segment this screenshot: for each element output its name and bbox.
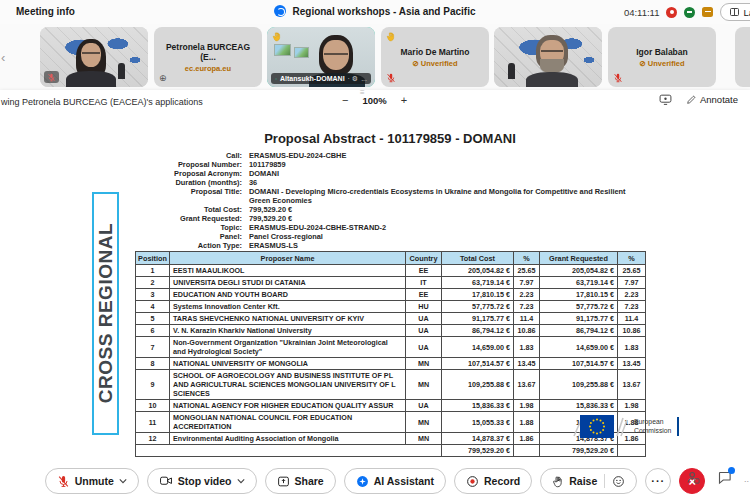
table-cell: 1.98 xyxy=(514,400,540,412)
participant-tile-mario[interactable]: Mario De Martino ⊘Unverified xyxy=(381,27,489,87)
participant-tile-partial[interactable] xyxy=(735,27,750,87)
table-total-cell: 799,529.20 € xyxy=(540,445,618,457)
strip-scroll-left-icon[interactable]: ‹ xyxy=(1,50,5,65)
field-label: Duration (months): xyxy=(135,178,249,187)
participant-tile-video-1[interactable] xyxy=(40,27,148,87)
record-button[interactable]: Record xyxy=(454,468,532,494)
participant-tile-igor[interactable]: Igor Balaban ⊘Unverified xyxy=(608,27,716,87)
table-cell: V. N. Karazin Kharkiv National Universit… xyxy=(170,325,406,337)
ec-logo-line2: Commission xyxy=(634,427,671,435)
ai-assistant-button[interactable]: AI Assistant xyxy=(344,468,446,494)
doc-field-row: Duration (months):36 xyxy=(135,178,647,187)
table-cell: UA xyxy=(406,337,442,358)
table-total-row: 799,529.20 €799,529.20 € xyxy=(136,445,646,457)
table-cell: UA xyxy=(406,400,442,412)
participant-tile-altansukh[interactable]: Altansukh-DOMANI · ⚙ ... xyxy=(267,27,375,87)
zoom-level[interactable]: 100% xyxy=(362,95,386,106)
table-row: 2UNIVERSITA DEGLI STUDI DI CATANIAIT63,7… xyxy=(136,277,646,289)
table-cell: 10.86 xyxy=(618,325,646,337)
table-cell: 57,775.72 € xyxy=(442,301,514,313)
doc-field-row: Proposal Acronym:DOMANI xyxy=(135,169,647,178)
table-cell: NATIONAL AGENCY FOR HIGHER EDUCATION QUA… xyxy=(170,400,406,412)
record-icon xyxy=(466,475,479,488)
doc-field-row: Action Type:ERASMUS-LS xyxy=(135,241,647,250)
field-label: Total Cost: xyxy=(135,205,249,214)
view-options-icon[interactable] xyxy=(659,94,672,105)
tile-more-button[interactable]: ... xyxy=(361,75,367,82)
muted-mic-icon xyxy=(44,71,59,83)
chevron-down-icon[interactable] xyxy=(237,478,245,484)
table-cell: Non-Government Organization "Ukrainian J… xyxy=(170,337,406,358)
table-body: 1EESTI MAAULIKOOLEE205,054.82 €25.65205,… xyxy=(136,265,646,457)
table-cell: UA xyxy=(406,325,442,337)
camera-off-indicator-icon[interactable] xyxy=(666,7,677,18)
table-row: 6V. N. Karazin Kharkiv National Universi… xyxy=(136,325,646,337)
table-cell: 8 xyxy=(136,358,170,370)
field-value: ERASMUS-EDU-2024-CBHE-STRAND-2 xyxy=(249,223,647,232)
column-header: % xyxy=(514,252,540,265)
field-label: Grant Requested: xyxy=(135,214,249,223)
table-cell: UA xyxy=(406,313,442,325)
add-overlay-icon[interactable]: ⊕ xyxy=(159,73,167,83)
table-cell: 63,719.14 € xyxy=(442,277,514,289)
table-cell: 107,514.57 € xyxy=(442,358,514,370)
table-cell: 107,514.57 € xyxy=(540,358,618,370)
chat-notification-icon[interactable] xyxy=(702,7,713,17)
chevron-down-icon[interactable] xyxy=(119,478,127,484)
stop-video-button[interactable]: Stop video xyxy=(147,468,257,494)
share-button[interactable]: Share xyxy=(265,468,336,494)
participant-tile-petronela[interactable]: Petronela BURCEAG (E... ec.europa.eu ⊕ xyxy=(154,27,262,87)
table-cell: 2 xyxy=(136,277,170,289)
reactions-smiley-icon[interactable] xyxy=(612,475,625,488)
table-cell: 10 xyxy=(136,400,170,412)
unmute-button[interactable]: Unmute xyxy=(45,468,139,494)
doc-field-row: Grant Requested:799,529.20 € xyxy=(135,214,647,223)
more-options-button[interactable]: ··· xyxy=(645,468,671,494)
table-row: 12Environmental Auditing Association of … xyxy=(136,433,646,445)
table-total-cell xyxy=(618,445,646,457)
unverified-icon: ⊘ xyxy=(640,59,646,68)
wall-picture xyxy=(274,44,291,56)
share-screen-icon xyxy=(277,475,290,488)
table-cell: 109,255.88 € xyxy=(442,370,514,400)
table-cell: 4 xyxy=(136,301,170,313)
table-cell: 3 xyxy=(136,289,170,301)
table-cell: 1.88 xyxy=(514,412,540,433)
raise-hand-reactions-button[interactable]: Raise xyxy=(540,468,637,494)
annotate-button[interactable]: Annotate xyxy=(686,94,738,105)
chat-panel-button[interactable] xyxy=(717,470,732,485)
column-header: Position xyxy=(136,252,170,265)
zoom-in-button[interactable]: + xyxy=(401,94,407,106)
table-cell: EE xyxy=(406,265,442,277)
document-title: Proposal Abstract - 101179859 - DOMANI xyxy=(130,131,650,146)
layout-button[interactable]: Layout xyxy=(720,3,750,21)
field-value: ERASMUS-EDU-2024-CBHE xyxy=(249,151,647,160)
table-row: 9SCHOOL OF AGROECOLOGY AND BUSINESS INST… xyxy=(136,370,646,400)
table-cell: 2.23 xyxy=(618,289,646,301)
table-cell: 13.45 xyxy=(514,358,540,370)
table-cell: 205,054.82 € xyxy=(540,265,618,277)
table-cell: NATIONAL UNIVERSITY OF MONGOLIA xyxy=(170,358,406,370)
raised-hand-icon xyxy=(386,31,396,42)
table-cell: MN xyxy=(406,412,442,433)
mural-figure xyxy=(118,63,125,79)
table-cell: 109,255.88 € xyxy=(540,370,618,400)
camera-icon xyxy=(159,475,173,487)
table-cell: MONGOLIAN NATIONAL COUNCIL FOR EDUCATION… xyxy=(170,412,406,433)
table-cell: 7.97 xyxy=(514,277,540,289)
table-cell: Systems Innovation Center Kft. xyxy=(170,301,406,313)
table-cell: 1.98 xyxy=(618,400,646,412)
table-cell: 11.4 xyxy=(514,313,540,325)
connection-indicator-icon[interactable] xyxy=(684,7,695,18)
table-cell: 57,775.72 € xyxy=(540,301,618,313)
table-cell: IT xyxy=(406,277,442,289)
table-cell: EESTI MAAULIKOOL xyxy=(170,265,406,277)
field-value: 799,529.20 € xyxy=(249,205,647,214)
participants-icon[interactable] xyxy=(686,470,701,485)
zoom-out-button[interactable]: − xyxy=(342,94,348,106)
column-header: Grant Requested xyxy=(540,252,618,265)
table-cell: 25.65 xyxy=(618,265,646,277)
table-cell: 25.65 xyxy=(514,265,540,277)
participant-tile-video-2[interactable] xyxy=(494,27,602,87)
table-row: 7Non-Government Organization "Ukrainian … xyxy=(136,337,646,358)
